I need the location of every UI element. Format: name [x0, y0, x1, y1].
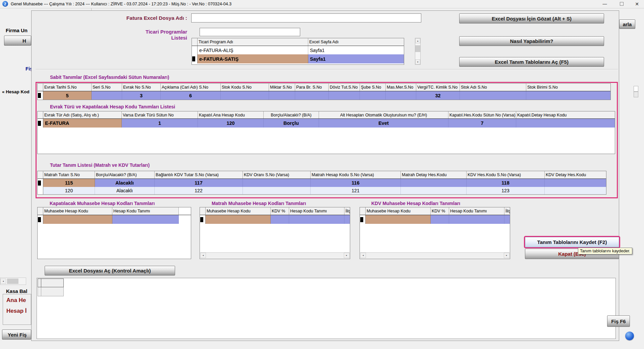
cell[interactable]: 122: [155, 187, 243, 194]
cell[interactable]: 120: [198, 119, 264, 128]
cell[interactable]: [460, 91, 526, 100]
cell[interactable]: 120: [43, 187, 95, 194]
mini-cell[interactable]: [38, 287, 41, 296]
mini-cell[interactable]: [41, 287, 64, 296]
mini-cell[interactable]: [38, 279, 41, 287]
cell[interactable]: [92, 91, 122, 100]
scroll-down-icon[interactable]: ▼: [415, 59, 420, 64]
cell[interactable]: [206, 215, 271, 224]
scrollbar-thumb[interactable]: [7, 279, 18, 284]
cell[interactable]: [289, 215, 344, 224]
cell[interactable]: [401, 187, 467, 194]
cell[interactable]: [449, 215, 504, 224]
cell[interactable]: 5: [43, 91, 92, 100]
cell[interactable]: [360, 91, 386, 100]
mini-cell[interactable]: [41, 279, 64, 287]
cell[interactable]: 118: [467, 179, 545, 187]
scroll-left-icon[interactable]: ◄: [360, 253, 366, 258]
column-header: KDV Detay Hes.Kodu: [545, 171, 606, 179]
cell[interactable]: [243, 179, 311, 187]
program-row[interactable]: e-FATURA-ALIŞ Sayfa1: [192, 46, 404, 54]
cell[interactable]: 121: [311, 187, 401, 194]
cell[interactable]: 6: [161, 91, 221, 100]
cell[interactable]: [243, 187, 311, 194]
scroll-right-icon[interactable]: ►: [344, 253, 350, 258]
program-row-selected[interactable]: e-FATURA-SATIŞ Sayfa1: [192, 54, 404, 63]
bg-scrollbar-fragment-top[interactable]: [634, 86, 638, 92]
cell[interactable]: 1: [122, 119, 198, 128]
close-button[interactable]: ✕: [631, 0, 643, 8]
cell[interactable]: [545, 179, 606, 187]
scroll-right-icon[interactable]: ►: [504, 253, 509, 258]
minimize-button[interactable]: —: [599, 0, 610, 8]
table-filler: [192, 63, 404, 64]
tutar-data-row-selected[interactable]: 115 Alacaklı 117 116 118: [38, 179, 606, 187]
cell[interactable]: 117: [155, 179, 243, 187]
cell[interactable]: [516, 119, 615, 128]
yeni-fis-button[interactable]: Yeni Fiş: [2, 330, 31, 340]
fis-f6-button[interactable]: Fiş F6: [607, 315, 630, 327]
cell[interactable]: [401, 179, 467, 187]
cell[interactable]: E-FATURA: [43, 119, 122, 128]
account-row[interactable]: [200, 215, 350, 224]
account-row[interactable]: [360, 215, 510, 224]
cell[interactable]: 116: [311, 179, 401, 187]
scrollbar-thumb[interactable]: [415, 45, 420, 52]
cell[interactable]: 123: [467, 187, 545, 194]
fatura-excel-input[interactable]: [191, 13, 421, 22]
scroll-left-icon[interactable]: ◄: [200, 253, 206, 258]
open-excel-file-button[interactable]: Excel Dosyası Aç (Kontrol Amaçlı): [45, 266, 175, 276]
program-filter-input[interactable]: [200, 28, 300, 36]
cell[interactable]: 32: [416, 91, 460, 100]
cell[interactable]: Alacaklı: [95, 179, 155, 187]
cell[interactable]: Borçlu: [264, 119, 319, 128]
bg-horizontal-scrollbar[interactable]: ◄: [0, 278, 26, 285]
save-definition-tables-button[interactable]: Tanım Tablolarını Kaydet (F2): [525, 237, 619, 247]
cell[interactable]: Evet: [319, 119, 448, 128]
evrak-data-row[interactable]: E-FATURA 1 120 Borçlu Evet 7: [38, 119, 615, 128]
cell[interactable]: [344, 215, 350, 224]
horizontal-scrollbar[interactable]: ◄ ►: [200, 252, 350, 258]
cell[interactable]: [43, 215, 112, 224]
maximize-button[interactable]: [616, 0, 627, 8]
cell[interactable]: [526, 91, 610, 100]
account-row[interactable]: [38, 215, 191, 224]
bg-kasa-label: Kasa Bal: [6, 288, 27, 294]
cell[interactable]: [269, 91, 295, 100]
cell[interactable]: [431, 215, 449, 224]
cell[interactable]: [221, 91, 269, 100]
cell[interactable]: 7: [448, 119, 516, 128]
bg-scrollbar-fragment-bottom[interactable]: [634, 92, 638, 97]
program-name-cell[interactable]: e-FATURA-SATIŞ: [198, 54, 308, 63]
zirve-sphere-icon[interactable]: [625, 332, 634, 340]
column-header: Evrak No S.No: [122, 84, 161, 91]
row-marker-header: [38, 171, 43, 179]
scroll-left-icon[interactable]: ◄: [0, 279, 6, 284]
cell[interactable]: 3: [122, 91, 161, 100]
how-to-button[interactable]: Nasıl Yapabilirim?: [459, 36, 604, 46]
program-name-cell[interactable]: e-FATURA-ALIŞ: [198, 46, 308, 54]
column-header: Stok Birimi S.No: [526, 84, 610, 91]
open-definition-tables-button[interactable]: Excel Tanım Tablolarını Aç (F5): [459, 57, 604, 67]
sabit-data-row[interactable]: 5 3 6 32: [38, 91, 610, 100]
tutar-data-row[interactable]: 120 Alacaklı 122 121 123: [38, 187, 606, 194]
cell[interactable]: [112, 215, 179, 224]
sheet-name-cell[interactable]: Sayfa1: [308, 54, 404, 63]
cell[interactable]: [545, 187, 606, 194]
cell[interactable]: [504, 215, 510, 224]
horizontal-scrollbar[interactable]: ◄ ►: [360, 252, 509, 258]
cell[interactable]: 115: [43, 179, 95, 187]
cell[interactable]: [271, 215, 289, 224]
browse-excel-button[interactable]: Excel Dosyası İçin Gözat (Alt + S): [459, 13, 604, 23]
column-header: İlişk: [504, 207, 510, 215]
sheet-name-cell[interactable]: Sayfa1: [308, 46, 404, 54]
programs-scrollbar[interactable]: ▲ ▼: [415, 38, 421, 65]
cell[interactable]: [295, 91, 329, 100]
cell[interactable]: [329, 91, 360, 100]
scroll-up-icon[interactable]: ▲: [415, 38, 420, 43]
cell[interactable]: Alacaklı: [95, 187, 155, 194]
bg-arla-partial-button[interactable]: arla: [619, 19, 635, 29]
cell[interactable]: [386, 91, 416, 100]
cell[interactable]: [366, 215, 431, 224]
bg-partial-button[interactable]: H: [4, 36, 31, 46]
